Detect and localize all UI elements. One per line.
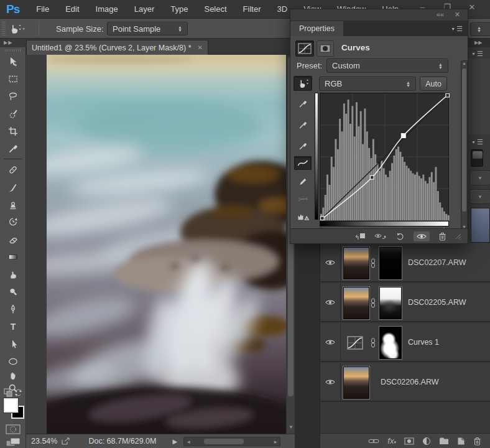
properties-titlebar[interactable]: «« ✕ <box>290 9 468 21</box>
layer-mask-thumbnail[interactable] <box>379 247 402 279</box>
dock-thumbnail-partial[interactable] <box>471 208 490 243</box>
lasso-tool[interactable] <box>5 89 21 104</box>
clone-stamp-tool[interactable] <box>5 197 21 212</box>
quick-mask-button[interactable] <box>5 424 21 437</box>
new-layer-icon[interactable] <box>457 437 465 446</box>
zoom-level[interactable]: 23.54% <box>31 437 57 446</box>
menu-filter[interactable]: Filter <box>235 4 269 14</box>
new-group-icon[interactable] <box>439 437 449 445</box>
move-tool[interactable] <box>5 54 21 69</box>
clip-to-layer-icon[interactable] <box>354 232 366 241</box>
set-gray-point-eyedropper[interactable] <box>294 118 312 133</box>
menu-file[interactable]: File <box>28 4 57 14</box>
smooth-curve-tool[interactable] <box>294 191 312 206</box>
eyedropper-tool[interactable] <box>5 141 21 156</box>
delete-adjustment-icon[interactable] <box>438 232 446 241</box>
layer-row-dsc02206[interactable]: DSC02206.ARW <box>320 363 490 402</box>
menu-type[interactable]: Type <box>162 4 196 14</box>
dock-dropdown[interactable]: ▼ <box>469 189 490 204</box>
set-white-point-eyedropper[interactable] <box>294 139 312 154</box>
layer-visibility-toggle[interactable] <box>320 284 341 321</box>
history-brush-tool[interactable] <box>5 215 21 230</box>
pen-tool[interactable] <box>5 302 21 317</box>
delete-layer-icon[interactable] <box>473 437 481 446</box>
layer-name[interactable]: DSC02206.ARW <box>381 378 439 386</box>
eraser-tool[interactable] <box>5 232 21 247</box>
scroll-left-icon[interactable]: ◄ <box>186 439 191 445</box>
panel-resize-grip[interactable] <box>455 233 461 240</box>
layer-thumbnail[interactable] <box>343 366 369 399</box>
crop-tool[interactable] <box>5 124 21 139</box>
horizontal-scrollbar[interactable]: ◄ ► <box>183 437 280 446</box>
layer-row-dsc02205[interactable]: DSC02205.ARW <box>320 284 490 322</box>
set-black-point-eyedropper[interactable] <box>294 96 312 111</box>
dock-panel-menu-icon[interactable]: ▼☰ <box>471 138 483 146</box>
rectangular-marquee-tool[interactable] <box>5 72 21 86</box>
layer-thumbnail[interactable] <box>343 287 369 319</box>
layer-name[interactable]: DSC02207.ARW <box>408 258 466 267</box>
canvas-image[interactable] <box>47 55 286 434</box>
panel-scrollbar[interactable]: ▲ ▼ <box>461 60 468 230</box>
tools-grip[interactable] <box>5 49 21 52</box>
smudge-tool[interactable] <box>5 267 21 282</box>
dock-collapse-button[interactable]: ▶▶ <box>468 39 490 47</box>
layer-visibility-toggle[interactable] <box>320 324 341 361</box>
curves-adjustment-icon[interactable] <box>347 336 363 350</box>
layer-visibility-toggle[interactable] <box>320 363 341 401</box>
layer-row-curves1[interactable]: Curves 1 <box>320 324 490 362</box>
close-panel-icon[interactable]: ✕ <box>455 11 460 19</box>
dock-panel-menu-icon[interactable]: ▼☰ <box>471 50 483 58</box>
ellipse-tool[interactable] <box>5 354 21 369</box>
status-play-icon[interactable]: ▶ <box>173 438 178 445</box>
type-tool[interactable]: T <box>5 319 21 334</box>
preset-dropdown[interactable]: Custom ▲▼ <box>326 58 448 73</box>
tab-close-icon[interactable]: ✕ <box>198 44 203 51</box>
document-tab[interactable]: Untitled1 @ 23.5% (Curves 2, Layer Mask/… <box>26 40 208 55</box>
horizontal-scrollbar-thumb[interactable] <box>204 439 244 444</box>
scroll-down-icon[interactable]: ▼ <box>289 424 294 430</box>
layer-thumbnail[interactable] <box>343 247 369 279</box>
dock-dropdown[interactable]: ▼ <box>469 170 490 185</box>
hidden-dropdown-fragment[interactable]: ▲▼ <box>470 22 490 36</box>
menu-select[interactable]: Select <box>196 4 234 14</box>
brush-tool[interactable] <box>5 180 21 195</box>
spot-healing-brush-tool[interactable] <box>5 162 21 177</box>
layer-name[interactable]: Curves 1 <box>408 338 439 347</box>
menu-image[interactable]: Image <box>88 4 126 14</box>
scroll-right-icon[interactable]: ► <box>273 439 278 445</box>
layer-style-icon[interactable]: fx▾ <box>387 436 396 446</box>
reset-icon[interactable] <box>395 232 405 241</box>
targeted-adjustment-tool[interactable] <box>294 76 312 91</box>
visibility-toggle[interactable] <box>414 231 430 241</box>
layer-name[interactable]: DSC02205.ARW <box>408 298 466 307</box>
gradient-tool[interactable] <box>5 250 21 264</box>
view-previous-state-icon[interactable] <box>374 232 387 241</box>
layer-mask-thumbnail[interactable] <box>379 287 402 319</box>
link-layers-icon[interactable] <box>368 438 379 444</box>
layer-row-dsc02207[interactable]: DSC02207.ARW <box>320 244 490 282</box>
histogram-clipping-toggle[interactable] <box>294 208 312 223</box>
screen-mode-button[interactable] <box>5 437 21 448</box>
menu-edit[interactable]: Edit <box>57 4 87 14</box>
curves-grid[interactable] <box>320 93 449 220</box>
add-layer-mask-icon[interactable] <box>404 437 414 445</box>
layer-mask-thumbnail[interactable] <box>379 327 402 359</box>
new-adjustment-layer-icon[interactable] <box>422 437 431 446</box>
options-grip[interactable] <box>2 22 6 35</box>
dodge-tool[interactable] <box>5 284 21 299</box>
path-selection-tool[interactable] <box>5 337 21 352</box>
sample-size-dropdown[interactable]: Point Sample ▲▼ <box>107 22 188 35</box>
auto-button[interactable]: Auto <box>420 77 447 91</box>
collapse-panel-icon[interactable]: «« <box>437 11 444 18</box>
mask-properties-icon[interactable] <box>317 40 334 57</box>
foreground-color-swatch[interactable] <box>4 398 18 413</box>
tab-properties[interactable]: Properties <box>290 21 343 36</box>
quick-selection-tool[interactable] <box>5 106 21 121</box>
edit-points-tool[interactable] <box>294 156 312 170</box>
export-icon[interactable] <box>61 437 71 446</box>
channel-dropdown[interactable]: RGB ▲▼ <box>319 77 416 91</box>
foreground-background-swatches[interactable] <box>4 398 25 421</box>
tools-collapse-button[interactable]: ▶▶ <box>0 39 26 47</box>
menu-layer[interactable]: Layer <box>126 4 163 14</box>
dock-toggle[interactable] <box>471 149 483 167</box>
